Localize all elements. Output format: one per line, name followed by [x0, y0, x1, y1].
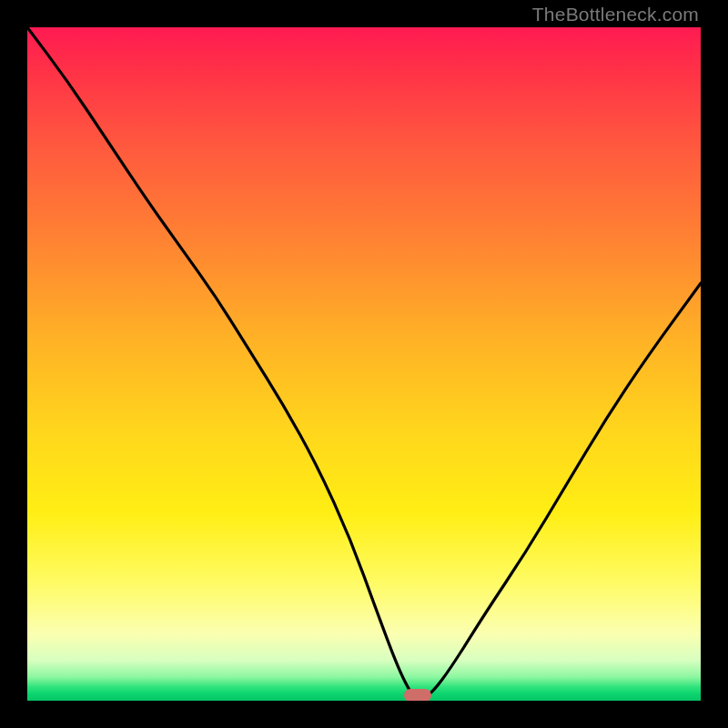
- optimal-marker: [404, 689, 431, 701]
- watermark-text: TheBottleneck.com: [532, 4, 699, 25]
- bottleneck-curve: [27, 27, 701, 701]
- plot-area: [27, 27, 701, 701]
- chart-frame: TheBottleneck.com: [0, 0, 728, 728]
